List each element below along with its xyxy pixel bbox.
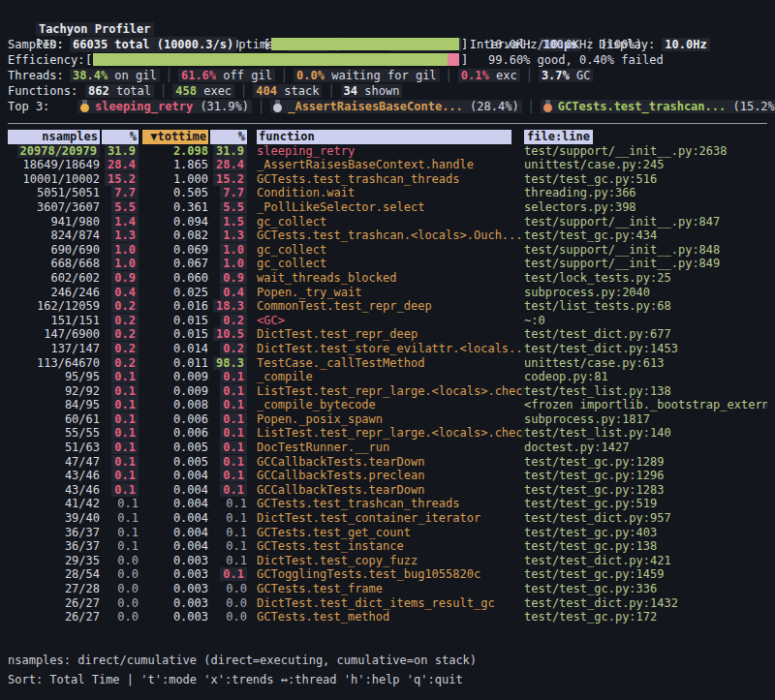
column-header-tottime[interactable]: ▼tottime [142,130,210,144]
function-name: sleeping_retry [257,144,355,158]
functions-line: Functions: 862 total│458 exec│404 stack│… [8,83,767,99]
cell-function: GCTests.test_method [251,610,524,624]
pct-direct-value: 0.0 [117,567,139,581]
pct-direct-value: 0.2 [111,327,139,341]
cell-pct-direct: 0.9 [102,271,142,286]
function-name: GCTests.test_trashcan_threads [257,497,460,510]
cell-tottime: 0.004 [142,497,210,511]
table-row: 36/370.10.0040.1GCTests.test_instancetes… [8,539,767,554]
cell-pct-cum: 0.4 [210,286,251,300]
cell-nsamples: 47/47 [8,455,102,470]
pct-cum-value: 0.1 [220,455,247,469]
function-name: <GC> [257,314,285,327]
file-line-value: unittest/case.py:245 [524,158,665,171]
pct-direct-value: 0.0 [117,582,139,595]
column-header-pct-cum[interactable]: % [210,130,251,144]
tottime-value: 0.004 [173,526,208,539]
cell-pct-cum: 0.9 [210,271,251,286]
cell-pct-cum: 7.7 [210,186,251,200]
tottime-value: 0.011 [173,356,208,370]
tottime-value: 1.865 [173,158,208,171]
cell-function: _compile [251,370,524,384]
functions-text: stack [277,84,319,98]
top3-item[interactable]: _AssertRaisesBaseConte... (28.4%) [270,100,521,113]
table-row: 92/920.10.0090.1ListTest.test_repr_large… [8,384,767,399]
functions-segment: 458 exec [172,84,234,98]
cell-nsamples: 95/95 [8,370,102,384]
function-name: DocTestRunner.__run [257,441,389,454]
cell-tottime: 0.361 [142,200,210,215]
cell-tottime: 0.004 [142,511,210,526]
pct-direct-value: 0.1 [111,441,139,454]
cell-tottime: 0.003 [142,554,210,568]
column-header-function[interactable]: function [251,130,524,144]
cell-pct-cum: 0.1 [210,384,251,399]
file-line-value: test/test_gc.py:403 [524,526,657,539]
pct-cum-value: 7.7 [220,186,247,199]
nsamples-value: 43/46 [65,469,100,482]
cell-pct-cum: 0.1 [210,511,251,526]
function-name: _PollLikeSelector.select [257,200,424,214]
functions-label: Functions: [8,83,78,99]
threads-segment: 0.0% waiting for gil [294,69,440,82]
table-row: 41/420.10.0040.1GCTests.test_trashcan_th… [8,497,767,511]
medal-silver-icon [273,100,282,112]
top3-item[interactable]: sleeping_retry (31.9%) [78,100,252,113]
cell-file-line: test/test_gc.py:403 [524,526,767,540]
cell-pct-direct: 0.0 [102,554,142,568]
cell-pct-cum: 0.1 [210,412,251,427]
nsamples-value: 824/874 [50,228,100,242]
threads-value: 38.4% [73,69,108,82]
nsamples-value: 92/92 [65,384,100,398]
cell-tottime: 0.015 [142,314,210,328]
pct-cum-value: 1.3 [220,228,247,242]
column-header-pct-direct[interactable]: % [102,130,142,144]
pct-cum-value: 0.1 [226,554,247,567]
cell-tottime: 0.004 [142,539,210,554]
function-name: Popen._try_wait [257,286,361,299]
efficiency-line: Efficiency: [ ] 99.60% good, 0.40% faile… [8,52,767,68]
threads-label: Threads: [8,68,64,83]
table-row: 84/950.10.0080.1_compile_bytecode<frozen… [8,398,767,412]
functions-segment: 404 stack [253,84,322,98]
pct-direct-value: 0.1 [117,539,139,553]
cell-function: ListTest.test_repr_large.<locals>.check [251,384,524,399]
cell-pct-cum: 0.1 [210,567,251,582]
cell-tottime: 0.004 [142,526,210,540]
table-row: 3607/36075.50.3615.5_PollLikeSelector.se… [8,200,767,215]
function-name: GCTests.test_instance [257,539,404,553]
table-row: 137/1470.20.0140.2DictTest.test_store_ev… [8,342,767,356]
pct-cum-value: 0.0 [226,582,247,595]
cell-pct-cum: 0.0 [210,582,251,596]
pct-cum-value: 0.9 [220,271,247,285]
table-header-row: nsamples % ▼tottime % function file:line [8,130,767,144]
tottime-value: 0.004 [173,511,208,525]
threads-text: waiting for gil [325,69,437,82]
function-name: GCCallbackTests.tearDown [257,483,424,497]
file-line-value: test/support/__init__.py:2638 [524,144,728,158]
tottime-value: 1.000 [173,172,208,186]
pct-direct-value: 0.1 [111,483,139,497]
function-name: GCTests.test_method [257,610,389,624]
cell-tottime: 0.005 [142,441,210,455]
pct-direct-value: 0.0 [117,554,139,567]
table-row: 824/8741.30.0821.3GCTests.test_trashcan.… [8,228,767,243]
cell-nsamples: 51/63 [8,441,102,455]
cell-pct-direct: 0.0 [102,582,142,596]
cell-function: Popen._posix_spawn [251,412,524,427]
cell-pct-direct: 28.4 [102,158,142,172]
samples-line: Samples: 66035 total (10000.3/s) [ ] 10.… [8,37,767,52]
function-name: DictTest.test_dict_items_result_gc [257,596,495,610]
column-header-file-line[interactable]: file:line [524,130,767,144]
table-row: 18649/1864928.41.86528.4_AssertRaisesBas… [8,158,767,172]
divider: │ [440,69,458,82]
top3-item[interactable]: GCTests.test_trashcan... (15.2%) [541,100,775,113]
pct-direct-value: 0.0 [117,610,139,624]
cell-file-line: test/test_dict.py:957 [524,511,767,526]
file-line-value: test/lock_tests.py:25 [524,271,671,285]
functions-text: shown [357,84,399,98]
tottime-value: 0.003 [173,567,208,581]
cell-pct-cum: 0.1 [210,483,251,498]
pct-direct-value: 1.0 [111,257,139,270]
pct-direct-value: 1.0 [111,243,139,257]
